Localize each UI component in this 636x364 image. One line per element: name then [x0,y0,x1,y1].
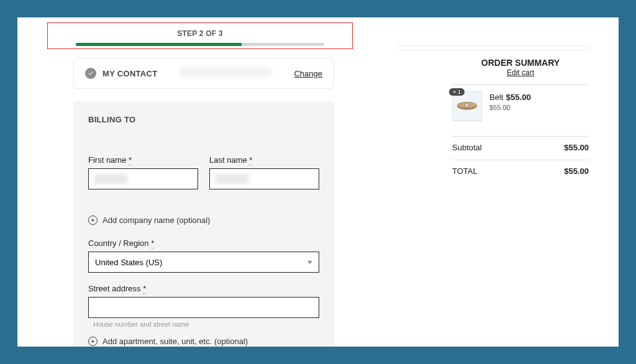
street-hint: House number and street name [93,321,319,328]
checkout-page: STEP 2 OF 3 MY CONTACT Change BILLING TO… [17,17,619,347]
qty-badge: × 1 [449,88,465,96]
plus-icon: + [88,216,98,225]
item-name: Belt [489,93,503,102]
last-name-input[interactable] [209,168,319,189]
country-label: Country / Region * [88,239,319,248]
add-company-label: Add company name (optional) [102,216,210,225]
progress-fill [76,43,242,46]
item-price: $55.00 [506,93,531,102]
main-column: STEP 2 OF 3 MY CONTACT Change BILLING TO… [73,17,353,347]
order-summary-column: ORDER SUMMARY Edit cart × 1 Belt $55.00 … [353,17,589,347]
billing-form: BILLING TO First name * Last name * + Ad… [73,101,334,347]
chevron-down-icon [307,261,312,264]
country-field-group: Country / Region * United States (US) [88,239,319,273]
last-name-field-group: Last name * [209,155,319,189]
subtotal-label: Subtotal [452,143,482,152]
step-indicator-highlight: STEP 2 OF 3 [47,22,353,49]
contact-title: MY CONTACT [102,69,157,78]
item-thumbnail: × 1 [452,91,482,121]
add-apartment-label: Add apartment, suite, unit, etc. (option… [102,337,248,346]
first-name-input[interactable] [88,168,198,189]
check-icon [85,68,96,79]
belt-icon [456,100,478,112]
total-value: $55.00 [564,166,589,176]
contact-card: MY CONTACT Change [73,58,334,89]
summary-separator [452,136,589,137]
cart-item-row: × 1 Belt $55.00 $55.00 [452,91,589,121]
total-label: TOTAL [452,166,478,176]
add-company-link[interactable]: + Add company name (optional) [88,216,319,225]
first-name-field-group: First name * [88,155,198,189]
item-unit-price: $55.00 [489,104,531,111]
summary-separator [452,160,589,160]
first-name-label: First name * [88,155,198,165]
summary-separator [452,84,589,85]
contact-value-masked [163,67,288,80]
billing-title: BILLING TO [88,115,319,124]
progress-bar [76,43,324,46]
add-apartment-link[interactable]: + Add apartment, suite, unit, etc. (opti… [88,337,319,346]
total-row: TOTAL $55.00 [452,166,589,176]
edit-cart-link[interactable]: Edit cart [452,68,589,77]
item-info: Belt $55.00 $55.00 [489,91,531,111]
subtotal-value: $55.00 [564,143,589,152]
country-select[interactable]: United States (US) [88,252,319,273]
street-label: Street address * [88,284,319,293]
street-input[interactable] [88,297,319,318]
step-label: STEP 2 OF 3 [48,29,352,38]
svg-rect-2 [465,103,468,107]
plus-icon: + [88,337,98,346]
subtotal-row: Subtotal $55.00 [452,143,589,152]
country-selected: United States (US) [95,258,162,267]
change-contact-link[interactable]: Change [294,69,322,78]
side-pill [396,45,589,50]
street-field-group: Street address * House number and street… [88,284,319,328]
last-name-label: Last name * [209,155,319,165]
order-summary-title: ORDER SUMMARY [452,58,589,68]
